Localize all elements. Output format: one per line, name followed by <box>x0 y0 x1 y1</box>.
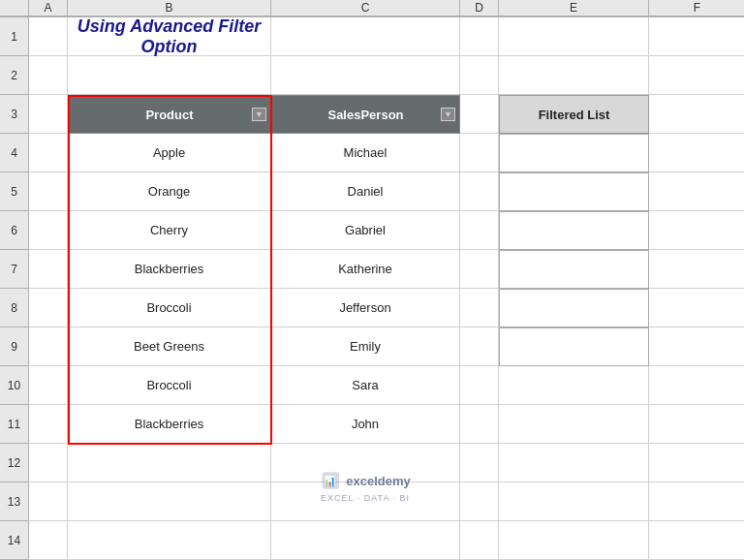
watermark-name-text: exceldemy <box>346 474 411 488</box>
col-header-b: B <box>68 0 271 16</box>
cell-c9-salesperson[interactable]: Emily <box>271 327 460 366</box>
cell-c6-salesperson[interactable]: Gabriel <box>271 211 460 250</box>
cell-e10 <box>499 366 649 405</box>
spreadsheet: A B C D E F 1 2 3 4 5 6 7 8 9 10 11 12 1… <box>0 0 744 560</box>
cell-a11 <box>29 405 68 444</box>
cell-a12 <box>29 444 68 482</box>
cell-f9 <box>649 327 744 366</box>
cell-a9 <box>29 327 68 366</box>
watermark-sub-text: EXCEL · DATA · BI <box>321 493 410 503</box>
cell-f4 <box>649 134 744 172</box>
cell-b14 <box>68 521 271 560</box>
product-8: Blackberries <box>135 417 204 431</box>
col-header-f: F <box>649 0 744 16</box>
product-header[interactable]: Product ▼ <box>68 95 271 134</box>
cell-b5-product[interactable]: Orange <box>68 172 271 211</box>
filtered-cell-4[interactable] <box>499 250 649 289</box>
filtered-list-header-text: Filtered List <box>539 108 610 122</box>
cell-c7-salesperson[interactable]: Katherine <box>271 250 460 289</box>
row-7: Blackberries Katherine <box>29 250 744 289</box>
cell-b4-product[interactable]: Apple <box>68 134 271 172</box>
cell-f8 <box>649 289 744 327</box>
cell-e13 <box>499 482 649 521</box>
cell-f2 <box>649 56 744 95</box>
cell-a5 <box>29 172 68 211</box>
grid-area: Using Advanced Filter Option <box>29 17 744 560</box>
salesperson-1: Michael <box>344 145 388 160</box>
product-5: Broccoli <box>146 300 191 315</box>
cell-f10 <box>649 366 744 405</box>
salesperson-7: Sara <box>352 378 378 392</box>
salesperson-5: Jefferson <box>339 300 390 315</box>
cell-b12 <box>68 444 271 482</box>
cell-d7 <box>460 250 499 289</box>
cell-f12 <box>649 444 744 482</box>
row-5: Orange Daniel <box>29 172 744 211</box>
cell-d10 <box>460 366 499 405</box>
filtered-cell-1[interactable] <box>499 134 649 172</box>
cell-c5-salesperson[interactable]: Daniel <box>271 172 460 211</box>
cell-f1 <box>649 17 744 56</box>
product-7: Broccoli <box>146 378 191 392</box>
row-num-13: 13 <box>0 482 29 521</box>
row-6: Cherry Gabriel <box>29 211 744 250</box>
product-1: Apple <box>153 145 185 160</box>
row-11: Blackberries John <box>29 405 744 444</box>
cell-a14 <box>29 521 68 560</box>
row-num-3: 3 <box>0 95 29 134</box>
cell-b7-product[interactable]: Blackberries <box>68 250 271 289</box>
product-4: Blackberries <box>135 262 204 276</box>
row-num-11: 11 <box>0 405 29 444</box>
row-num-9: 9 <box>0 327 29 366</box>
cell-b8-product[interactable]: Broccoli <box>68 289 271 327</box>
cell-c11-salesperson[interactable]: John <box>271 405 460 444</box>
cell-d4 <box>460 134 499 172</box>
filtered-cell-6[interactable] <box>499 327 649 366</box>
filtered-list-header: Filtered List <box>499 95 649 134</box>
cell-c14 <box>271 521 460 560</box>
cell-d8 <box>460 289 499 327</box>
row-13: 📊 exceldemy EXCEL · DATA · BI <box>29 482 744 521</box>
row-3: Product ▼ SalesPerson ▼ Filtered List <box>29 95 744 134</box>
cell-d3 <box>460 95 499 134</box>
cell-a4 <box>29 134 68 172</box>
row-num-12: 12 <box>0 444 29 482</box>
cell-d6 <box>460 211 499 250</box>
cell-f5 <box>649 172 744 211</box>
cell-a6 <box>29 211 68 250</box>
cell-f6 <box>649 211 744 250</box>
cell-c8-salesperson[interactable]: Jefferson <box>271 289 460 327</box>
row-num-10: 10 <box>0 366 29 405</box>
cell-d5 <box>460 172 499 211</box>
cell-b10-product[interactable]: Broccoli <box>68 366 271 405</box>
salesperson-dropdown-icon[interactable]: ▼ <box>441 108 455 121</box>
cell-f3 <box>649 95 744 134</box>
col-header-e: E <box>499 0 649 16</box>
cell-b11-product[interactable]: Blackberries <box>68 405 271 444</box>
cell-b6-product[interactable]: Cherry <box>68 211 271 250</box>
row-9: Beet Greens Emily <box>29 327 744 366</box>
filtered-cell-2[interactable] <box>499 172 649 211</box>
row-numbers: 1 2 3 4 5 6 7 8 9 10 11 12 13 14 <box>0 17 29 560</box>
salesperson-header-text: SalesPerson <box>327 108 403 122</box>
salesperson-3: Gabriel <box>345 223 386 237</box>
salesperson-2: Daniel <box>348 184 384 199</box>
row-1: Using Advanced Filter Option <box>29 17 744 56</box>
row-num-1: 1 <box>0 17 29 56</box>
cell-c1 <box>271 17 460 56</box>
row-num-5: 5 <box>0 172 29 211</box>
cell-c4-salesperson[interactable]: Michael <box>271 134 460 172</box>
cell-e11 <box>499 405 649 444</box>
cell-b9-product[interactable]: Beet Greens <box>68 327 271 366</box>
filtered-cell-5[interactable] <box>499 289 649 327</box>
watermark-logo: 📊 exceldemy <box>320 470 411 491</box>
cell-c10-salesperson[interactable]: Sara <box>271 366 460 405</box>
product-dropdown-icon[interactable]: ▼ <box>252 108 266 121</box>
svg-text:📊: 📊 <box>324 475 336 487</box>
filtered-cell-3[interactable] <box>499 211 649 250</box>
col-header-a: A <box>29 0 68 16</box>
row-num-2: 2 <box>0 56 29 95</box>
salesperson-header[interactable]: SalesPerson ▼ <box>271 95 460 134</box>
page-title: Using Advanced Filter Option <box>68 16 270 57</box>
salesperson-8: John <box>352 417 379 431</box>
